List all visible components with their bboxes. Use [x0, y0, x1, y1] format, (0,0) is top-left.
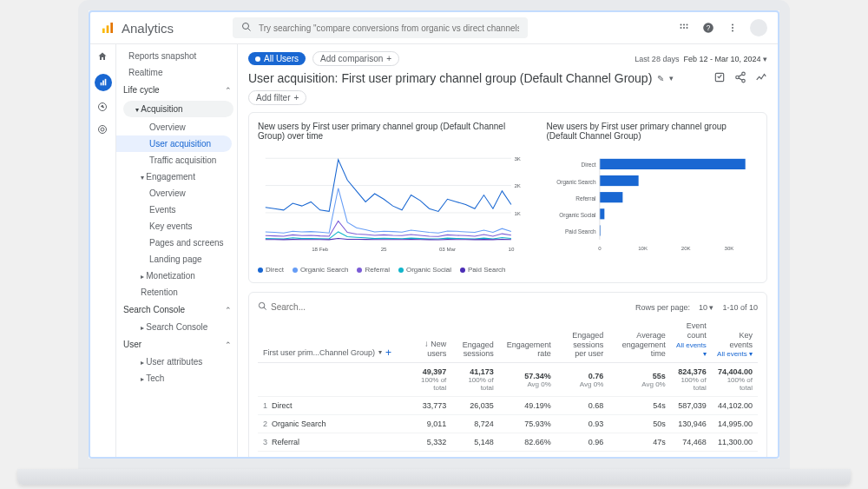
more-vert-icon[interactable]: [726, 21, 740, 35]
table-row[interactable]: 2 Organic Search9,0118,72475.93%0.9350s1…: [258, 415, 758, 433]
sidebar-traffic-acquisition[interactable]: Traffic acquisition: [116, 152, 237, 169]
apps-icon[interactable]: [677, 21, 691, 35]
rows-per-page-select[interactable]: 10 ▾: [699, 303, 714, 312]
sidebar-section-life-cycle[interactable]: Life cycle⌃: [116, 81, 237, 99]
sidebar-events[interactable]: Events: [116, 202, 237, 218]
sidebar-landing-page[interactable]: Landing page: [116, 251, 237, 268]
help-icon[interactable]: ?: [701, 21, 715, 35]
svg-line-54: [264, 307, 266, 310]
sidebar-section-user[interactable]: User⌃: [116, 335, 237, 354]
svg-point-25: [742, 79, 746, 83]
svg-rect-18: [104, 79, 106, 86]
svg-text:2K: 2K: [514, 182, 521, 188]
svg-point-3: [243, 23, 249, 30]
svg-text:18 Feb: 18 Feb: [312, 246, 329, 252]
svg-text:Referral: Referral: [575, 195, 596, 202]
table-search-input[interactable]: [271, 302, 431, 313]
chart-legend: DirectOrganic SearchReferralOrganic Soci…: [258, 266, 533, 274]
sidebar-eng-overview[interactable]: Overview: [116, 185, 237, 202]
sidebar-reports-snapshot[interactable]: Reports snapshot: [116, 48, 237, 64]
svg-point-6: [683, 24, 685, 26]
svg-point-9: [683, 27, 685, 29]
sidebar-tech[interactable]: ▸ Tech: [116, 370, 237, 387]
svg-rect-2: [110, 23, 113, 33]
search-icon: [258, 301, 267, 313]
svg-rect-45: [599, 208, 603, 219]
pagination-range: 1-10 of 10: [722, 303, 758, 312]
event-count-filter[interactable]: All events ▾: [676, 341, 707, 359]
page-title: User acquisition: First user primary cha…: [248, 71, 652, 85]
app-title: Analytics: [122, 21, 174, 36]
svg-text:?: ?: [707, 24, 711, 32]
sidebar-retention[interactable]: Retention: [116, 284, 237, 301]
svg-point-7: [687, 24, 688, 26]
explore-icon[interactable]: [97, 102, 109, 114]
svg-point-5: [681, 24, 682, 26]
customize-icon[interactable]: [713, 71, 726, 85]
user-avatar[interactable]: [750, 19, 767, 36]
svg-text:Organic Search: Organic Search: [556, 179, 596, 186]
sidebar-engagement[interactable]: ▾ Engagement: [116, 169, 237, 185]
svg-point-10: [687, 27, 688, 29]
edit-title-icon[interactable]: ✎: [657, 74, 664, 83]
sidebar-section-search-console[interactable]: Search Console⌃: [116, 301, 237, 319]
svg-point-21: [101, 128, 104, 131]
sidebar-acq-overview[interactable]: Overview: [116, 119, 237, 135]
totals-row: 49,397100% of total41,173100% of total57…: [258, 363, 758, 397]
add-filter-button[interactable]: Add filter +: [248, 90, 306, 105]
svg-point-8: [681, 27, 682, 29]
svg-text:Organic Social: Organic Social: [559, 212, 596, 219]
key-events-filter[interactable]: All events ▾: [717, 350, 753, 358]
chevron-down-icon[interactable]: ▾: [378, 348, 382, 357]
svg-rect-17: [102, 81, 104, 86]
svg-rect-39: [599, 159, 745, 169]
svg-text:20K: 20K: [681, 245, 690, 251]
table-search[interactable]: [258, 301, 431, 313]
chevron-up-icon: ⌃: [225, 86, 232, 95]
svg-text:30K: 30K: [724, 245, 733, 251]
sidebar-key-events[interactable]: Key events: [116, 218, 237, 235]
chevron-up-icon: ⌃: [225, 340, 232, 349]
search-icon: [241, 22, 252, 34]
sidebar-monetization[interactable]: ▸ Monetization: [116, 268, 237, 284]
svg-line-27: [739, 78, 742, 80]
svg-text:10: 10: [508, 246, 514, 252]
line-chart: 1K2K3K18 Feb2503 Mar10: [258, 148, 533, 261]
svg-point-24: [736, 76, 740, 79]
reports-icon[interactable]: [95, 74, 112, 91]
svg-rect-1: [107, 25, 109, 33]
svg-point-13: [732, 24, 733, 26]
bar-chart: DirectOrganic SearchReferralOrganic Soci…: [547, 148, 758, 261]
home-icon[interactable]: [97, 51, 109, 63]
svg-point-20: [98, 126, 106, 134]
sidebar-search-console-item[interactable]: ▸ Search Console: [116, 319, 237, 335]
table-row[interactable]: 1 Direct33,77326,03549.19%0.6854s587,039…: [258, 397, 758, 415]
data-table: First user prim...Channel Group) ▾ + ↓ N…: [258, 318, 758, 452]
share-icon[interactable]: [734, 71, 746, 85]
add-dimension-button[interactable]: +: [385, 347, 391, 359]
insights-icon[interactable]: [755, 71, 767, 85]
add-comparison-button[interactable]: Add comparison +: [312, 51, 399, 66]
dimension-header[interactable]: First user prim...Channel Group): [263, 348, 375, 358]
sidebar-user-acquisition[interactable]: User acquisition: [116, 135, 232, 152]
svg-rect-43: [599, 192, 621, 202]
svg-rect-16: [100, 83, 102, 85]
rows-per-page-label: Rows per page:: [635, 303, 690, 312]
advertising-icon[interactable]: [97, 124, 109, 136]
sidebar-pages-screens[interactable]: Pages and screens: [116, 235, 237, 251]
chip-all-users[interactable]: All Users: [248, 52, 306, 65]
svg-line-4: [248, 29, 251, 31]
sidebar-user-attributes[interactable]: ▸ User attributes: [116, 354, 237, 370]
svg-rect-0: [102, 29, 105, 33]
global-search[interactable]: [233, 17, 528, 38]
table-row[interactable]: 3 Referral5,3325,14882.66%0.9647s74,4681…: [258, 433, 758, 452]
sidebar-acquisition[interactable]: ▾ Acquisition: [123, 101, 233, 117]
svg-text:10K: 10K: [638, 245, 648, 251]
sort-desc-icon[interactable]: ↓: [424, 339, 429, 348]
svg-text:3K: 3K: [514, 155, 521, 162]
dropdown-icon[interactable]: ▾: [669, 74, 674, 83]
line-chart-title: New users by First user primary channel …: [258, 122, 533, 141]
sidebar-realtime[interactable]: Realtime: [116, 64, 237, 81]
search-input[interactable]: [259, 23, 519, 33]
svg-rect-41: [599, 175, 638, 186]
